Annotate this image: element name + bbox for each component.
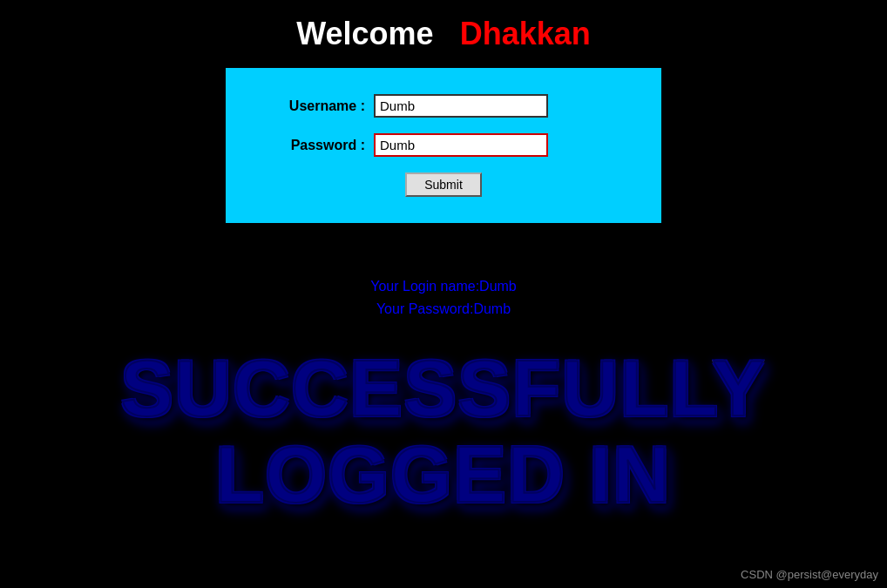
page-wrapper: Welcome Dhakkan Username : Password : Su…: [0, 0, 887, 588]
success-line2: LOGGED IN: [121, 432, 767, 518]
welcome-text: Welcome: [296, 16, 433, 51]
result-password: Your Password:Dumb: [370, 298, 517, 321]
page-title: Welcome Dhakkan: [296, 16, 591, 51]
submit-row: Submit: [261, 172, 626, 197]
app-name-text: Dhakkan: [460, 16, 591, 51]
login-panel: Username : Password : Submit: [226, 68, 661, 223]
success-line1: SUCCESSFULLY: [121, 346, 767, 432]
username-input[interactable]: [374, 94, 548, 118]
submit-button[interactable]: Submit: [405, 172, 482, 197]
username-label: Username :: [261, 98, 365, 114]
result-section: Your Login name:Dumb Your Password:Dumb: [370, 275, 517, 320]
success-section: SUCCESSFULLY LOGGED IN: [121, 346, 767, 518]
watermark: CSDN @persist@everyday: [741, 568, 878, 581]
result-login-name: Your Login name:Dumb: [370, 275, 517, 298]
password-row: Password :: [261, 133, 626, 157]
username-row: Username :: [261, 94, 626, 118]
password-input[interactable]: [374, 133, 548, 157]
header: Welcome Dhakkan: [296, 16, 591, 52]
password-label: Password :: [261, 138, 365, 153]
